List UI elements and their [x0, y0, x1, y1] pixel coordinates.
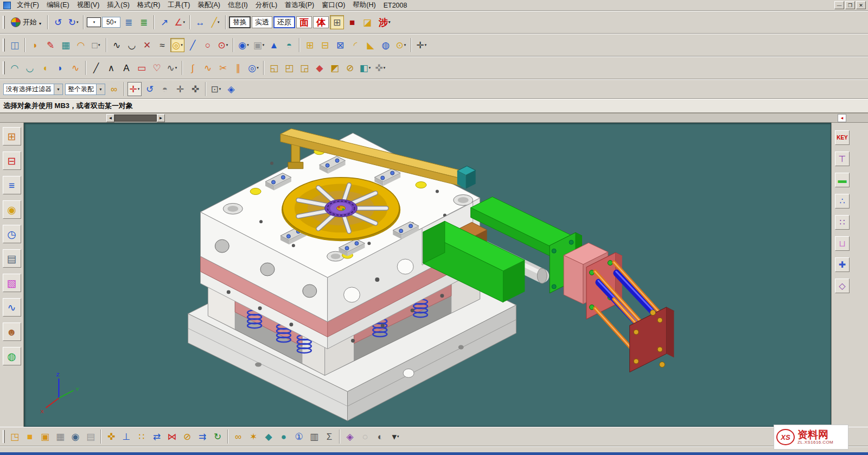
cone-surface-icon[interactable]: ◗ — [53, 61, 67, 75]
menu-information[interactable]: 信息(I) — [224, 0, 252, 11]
toolbar-grip[interactable] — [3, 430, 5, 443]
key-icon[interactable]: KEY — [835, 130, 850, 145]
menu-tools[interactable]: 工具(T) — [164, 0, 194, 11]
spheres-blue-icon[interactable]: ∴ — [835, 194, 850, 208]
component-gray-icon[interactable]: ▦ — [53, 429, 67, 444]
menu-analysis[interactable]: 分析(L) — [252, 0, 281, 11]
beaker-icon[interactable]: ⊔ — [835, 236, 850, 251]
bridge-curve-icon[interactable]: ∿ — [110, 38, 124, 52]
angle-measure-icon[interactable]: ∠▾ — [173, 15, 187, 29]
reuse-library-icon[interactable]: ◉ — [3, 200, 21, 219]
delete-face-icon[interactable]: ⊘ — [343, 61, 357, 75]
wave-link-icon[interactable]: ∞ — [231, 429, 245, 444]
project-curve-icon[interactable]: ◡ — [125, 38, 139, 52]
distance-measure-icon[interactable]: ↔ — [193, 15, 207, 29]
sphere-primitive-icon[interactable]: ◉▾ — [237, 38, 251, 52]
dropdown-arrow[interactable]: ▾ — [218, 20, 220, 24]
center-gear-hub[interactable] — [325, 199, 358, 217]
close-button[interactable]: ✕ — [856, 1, 866, 9]
dropdown-arrow[interactable]: ▾ — [369, 66, 371, 70]
mirror-assembly-icon[interactable]: ⋈ — [165, 429, 179, 444]
subtract-icon[interactable]: ⊟ — [318, 38, 332, 52]
dropdown-arrow[interactable]: ▾ — [397, 434, 399, 439]
dropdown-arrow[interactable]: ▾ — [226, 43, 228, 47]
orbit-icon[interactable]: ↺ — [143, 82, 157, 96]
suppress-component-icon[interactable]: ⊘ — [180, 429, 194, 444]
arrangements-icon[interactable]: ⇉ — [195, 429, 209, 444]
layer-visible-icon[interactable]: ≣ — [137, 15, 151, 29]
sketch-icon[interactable]: ✎ — [43, 38, 58, 52]
donut-icon[interactable]: ◎▾ — [170, 38, 184, 52]
toolbar-grip[interactable] — [3, 39, 5, 52]
datum-csys-icon[interactable]: ✛▾ — [414, 38, 429, 52]
spheres-purple-icon[interactable]: ∷ — [835, 215, 850, 230]
bridge-curve2-icon[interactable]: ∿ — [201, 61, 215, 75]
process-studio-icon[interactable]: ▤ — [3, 249, 21, 268]
menu-format[interactable]: 格式(R) — [133, 0, 164, 11]
dropdown-arrow[interactable]: ▾ — [257, 66, 259, 70]
menu-assemblies[interactable]: 装配(A) — [194, 0, 224, 11]
interference-check-icon[interactable]: ◆ — [261, 429, 276, 444]
combo-dropdown-arrow[interactable] — [54, 84, 62, 94]
component-camera-icon[interactable]: ◉ — [68, 429, 82, 444]
chain-link-icon[interactable]: ∞ — [107, 82, 121, 96]
translucent-button[interactable]: 实透 — [252, 16, 272, 28]
block-primitive-icon[interactable]: ▣▾ — [252, 38, 266, 52]
line-icon[interactable]: ╱ — [89, 61, 103, 75]
shield-icon[interactable]: ◗ — [28, 38, 42, 52]
info-icon[interactable]: ① — [292, 429, 306, 444]
intersection-curve-icon[interactable]: ✕ — [140, 38, 154, 52]
handle-icon[interactable]: ◇ — [835, 279, 850, 293]
dropdown-arrow[interactable]: ▾ — [247, 43, 249, 47]
hydraulic-cylinder[interactable] — [564, 243, 674, 372]
component-stack-icon[interactable]: ▤ — [84, 429, 98, 444]
redo-icon[interactable]: ↻▾ — [66, 15, 80, 29]
edge-blend-icon[interactable]: ◜ — [348, 38, 362, 52]
divide-curve-icon[interactable]: ∥ — [231, 61, 245, 75]
body-button[interactable]: 体 — [313, 16, 329, 28]
chamfer-icon[interactable]: ◣ — [363, 38, 378, 52]
explode-icon[interactable]: ✶ — [246, 429, 260, 444]
fit-spline-icon[interactable]: ∿▾ — [165, 61, 179, 75]
history-palette-icon[interactable]: ◷ — [3, 225, 21, 243]
pattern-component-icon[interactable]: ∷ — [135, 429, 149, 444]
tube-icon[interactable]: ◎▾ — [246, 61, 260, 75]
copy-icon[interactable]: ⊞ — [330, 15, 344, 29]
orient-view-icon[interactable]: ↗ — [157, 15, 171, 29]
restore-button-window[interactable]: ❐ — [845, 1, 855, 9]
weight-icon[interactable]: Σ — [322, 429, 336, 444]
menu-edit[interactable]: 编辑(E) — [43, 0, 73, 11]
sequence-icon[interactable]: ↻ — [210, 429, 225, 444]
color-swatch[interactable]: ▾ — [87, 17, 101, 27]
intersect-icon[interactable]: ⊠ — [333, 38, 347, 52]
text-icon[interactable]: A — [119, 61, 133, 75]
face-button[interactable]: 面 — [296, 16, 312, 28]
menu-preferences[interactable]: 首选项(P) — [281, 0, 318, 11]
more-surface-icon[interactable]: ✜▾ — [373, 61, 387, 75]
interference-button[interactable]: 涉▾ — [375, 16, 394, 28]
studio-spline-icon[interactable]: ♡ — [150, 61, 164, 75]
dropdown-arrow[interactable]: ▾ — [175, 66, 177, 70]
red-cube-icon[interactable]: ■ — [345, 15, 359, 29]
rectangle-select-icon[interactable]: ⊡▾ — [209, 82, 223, 96]
combo-dropdown-arrow[interactable] — [96, 84, 105, 94]
move-face-icon[interactable]: ◱ — [267, 61, 281, 75]
tsquare-icon[interactable]: ⊤ — [835, 151, 850, 166]
constraint-navigator-icon[interactable]: ⊟ — [3, 151, 21, 170]
dropdown-arrow[interactable]: ▾ — [219, 87, 221, 91]
hole-icon[interactable]: ⊙▾ — [394, 38, 408, 52]
web-browser-icon[interactable]: ◍ — [3, 347, 21, 365]
primitive-box-icon[interactable]: □▾ — [89, 38, 103, 52]
report-icon[interactable]: ▥ — [307, 429, 321, 444]
offset-curve-icon[interactable]: ∫ — [186, 61, 200, 75]
color-palette-icon[interactable]: ▧ — [3, 274, 21, 292]
product-outline-icon[interactable]: ◈ — [343, 429, 357, 444]
replace-face-icon[interactable]: ◆ — [312, 61, 327, 75]
dropdown-arrow[interactable]: ▾ — [388, 20, 391, 24]
pan-icon[interactable]: ✜ — [188, 82, 202, 96]
selection-scope-combo[interactable]: 整个装配 — [65, 84, 105, 95]
circle-icon[interactable]: ○ — [201, 38, 215, 52]
datum-grid-icon[interactable]: ▦ — [59, 38, 73, 52]
dropdown-arrow[interactable]: ▾ — [425, 43, 427, 47]
dropdown-arrow[interactable]: ▾ — [183, 20, 185, 24]
